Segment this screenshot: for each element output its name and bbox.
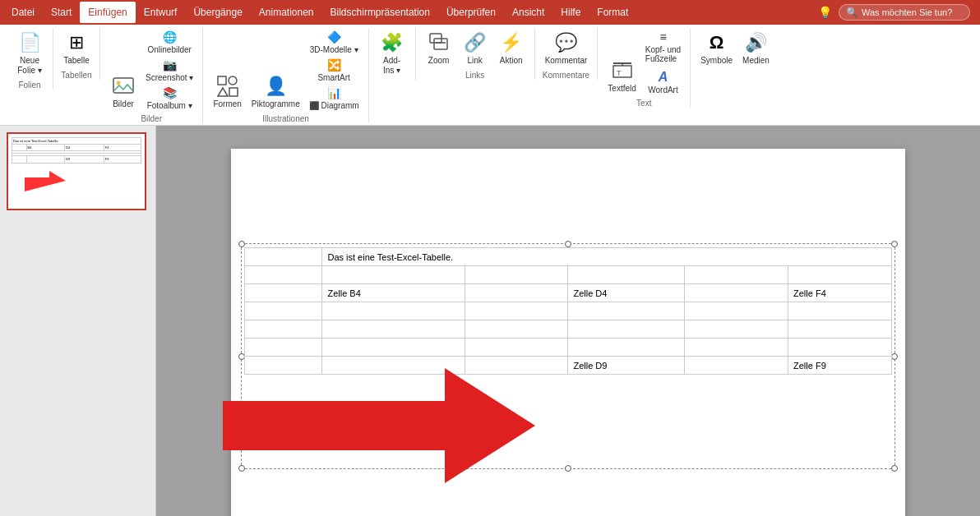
table-cell <box>568 320 685 339</box>
handle-bl[interactable] <box>238 465 245 472</box>
ribbon-group-links: Zoom 🔗 Link ⚡ Aktion Links <box>416 28 535 80</box>
svg-rect-2 <box>218 76 226 85</box>
handle-bc[interactable] <box>565 465 571 472</box>
btn-aktion[interactable]: ⚡ Aktion <box>495 28 528 67</box>
medien-label: Medien <box>742 56 770 66</box>
ribbon-group-label-bilder: Bilder <box>141 114 162 123</box>
btn-formen[interactable]: Formen <box>210 71 244 111</box>
table-cell <box>788 266 892 284</box>
ribbon-group-folien: 📄 NeueFolie ▾ Folien <box>7 28 53 90</box>
table-cell <box>685 266 788 284</box>
btn-textfeld[interactable]: T Textfeld <box>604 56 639 95</box>
handle-tr[interactable] <box>891 241 898 247</box>
table-row: Das ist eine Test-Excel-Tabelle. <box>245 248 892 266</box>
btn-onlinebilder[interactable]: 🌐 Onlinebilder <box>143 28 196 55</box>
handle-tc[interactable] <box>565 241 571 247</box>
btn-smartart[interactable]: 🔀 SmartArt <box>307 56 362 83</box>
fotoalbum-icon: 📚 <box>161 85 178 101</box>
btn-3dmodelle[interactable]: 🔷 3D-Modelle ▾ <box>307 28 362 55</box>
ribbon-group-label-kommentare: Kommentare <box>543 71 589 80</box>
table-cell <box>245 339 322 357</box>
tab-einfuegen[interactable]: Einfügen <box>80 2 135 23</box>
svg-marker-13 <box>25 171 66 191</box>
table-row <box>245 320 892 339</box>
btn-neue-folie[interactable]: 📄 NeueFolie ▾ <box>13 28 46 77</box>
btn-fotoalbum[interactable]: 📚 Fotoalbum ▾ <box>143 84 196 111</box>
table-cell-f9: Zelle F9 <box>788 357 892 375</box>
svg-marker-4 <box>218 88 228 96</box>
kommentar-label: Kommentar <box>545 56 588 66</box>
neue-folie-icon: 📄 <box>16 30 43 56</box>
btn-wordart[interactable]: A WordArt <box>643 68 683 95</box>
table-cell <box>322 302 465 320</box>
ribbon-group-bilder: Bilder 🌐 Onlinebilder 📷 Screenshot ▾ 📚 F… <box>100 28 203 123</box>
tabelle-label: Tabelle <box>63 56 90 66</box>
kopf-fusszeile-icon: ≡ <box>654 29 671 45</box>
tab-ueberpruefen[interactable]: Überprüfen <box>438 2 504 23</box>
medien-icon: 🔊 <box>742 30 769 56</box>
tab-hilfe[interactable]: Hilfe <box>552 2 589 23</box>
handle-tl[interactable] <box>238 241 245 247</box>
tab-animationen[interactable]: Animationen <box>251 2 322 23</box>
ribbon-content: 📄 NeueFolie ▾ Folien ⊞ Tabelle Tabellen <box>0 25 980 126</box>
btn-screenshot[interactable]: 📷 Screenshot ▾ <box>143 56 196 83</box>
textfeld-icon: T <box>609 58 636 84</box>
btn-symbole[interactable]: Ω Symbole <box>697 28 736 67</box>
btn-link[interactable]: 🔗 Link <box>459 28 492 67</box>
excel-table-wrapper[interactable]: Das ist eine Test-Excel-Tabelle. Zelle B… <box>244 247 892 375</box>
onlinebilder-icon: 🌐 <box>161 29 178 45</box>
link-icon: 🔗 <box>462 30 488 56</box>
diagramm-icon: 📊 <box>326 85 342 101</box>
table-cell-d4: Zelle D4 <box>568 284 685 302</box>
ribbon-right-area: 💡 🔍 Was möchten Sie tun? <box>818 0 977 25</box>
table-cell <box>465 357 568 375</box>
tabelle-icon: ⊞ <box>63 30 90 56</box>
ribbon-group-label-tabellen: Tabellen <box>61 71 91 80</box>
table-cell <box>465 266 568 284</box>
table-cell <box>322 339 465 357</box>
tab-datei[interactable]: Datei <box>3 2 43 23</box>
svg-rect-5 <box>229 88 238 96</box>
btn-tabelle[interactable]: ⊞ Tabelle <box>60 28 93 67</box>
slide-panel: 1 Das ist eine Test-Excel-Tabelle. B4D4F… <box>0 126 156 516</box>
symbole-icon: Ω <box>704 30 730 56</box>
tab-entwurf[interactable]: Entwurf <box>136 2 186 23</box>
btn-bilder[interactable]: Bilder <box>107 71 140 111</box>
formen-label: Formen <box>213 99 241 109</box>
table-cell <box>245 248 322 266</box>
svg-rect-7 <box>434 39 447 49</box>
slide-thumbnail[interactable]: Das ist eine Test-Excel-Tabelle. B4D4F4 … <box>7 132 146 210</box>
btn-kommentar[interactable]: 💬 Kommentar <box>542 28 591 67</box>
piktogramme-icon: 👤 <box>262 73 289 99</box>
table-cell <box>568 302 685 320</box>
btn-kopf-fusszeile[interactable]: ≡ Kopf- undFußzeile <box>643 28 683 64</box>
tab-start[interactable]: Start <box>43 2 80 23</box>
bilder-label: Bilder <box>113 99 134 109</box>
table-cell <box>685 357 788 375</box>
tab-format[interactable]: Format <box>589 2 636 23</box>
search-label[interactable]: Was möchten Sie tun? <box>862 7 952 17</box>
svg-rect-0 <box>113 78 133 93</box>
slide-canvas: Das ist eine Test-Excel-Tabelle. Zelle B… <box>231 149 905 516</box>
lightbulb-icon: 💡 <box>818 6 832 19</box>
handle-mr[interactable] <box>891 353 898 360</box>
search-icon: 🔍 <box>846 7 858 18</box>
ribbon-search-box[interactable]: 🔍 Was möchten Sie tun? <box>839 4 970 21</box>
tab-praesentation[interactable]: Bildschirmpräsentation <box>322 2 438 23</box>
btn-zoom[interactable]: Zoom <box>423 28 455 67</box>
3dmodelle-icon: 🔷 <box>326 29 342 45</box>
handle-br[interactable] <box>891 465 898 472</box>
table-cell <box>685 284 788 302</box>
ribbon-group-symbole: Ω Symbole 🔊 Medien <box>691 28 779 71</box>
tab-ansicht[interactable]: Ansicht <box>504 2 552 23</box>
tab-uebergaenge[interactable]: Übergänge <box>185 2 250 23</box>
ribbon-group-label-illustrationen: Illustrationen <box>262 114 309 123</box>
ribbon-group-label-links: Links <box>465 71 484 80</box>
btn-addins[interactable]: 🧩 Add-Ins ▾ <box>376 28 409 77</box>
btn-medien[interactable]: 🔊 Medien <box>739 28 773 67</box>
table-cell <box>465 320 568 339</box>
ribbon-group-kommentare: 💬 Kommentar Kommentare <box>535 28 599 80</box>
btn-piktogramme[interactable]: 👤 Piktogramme <box>248 71 303 111</box>
table-cell-d9: Zelle D9 <box>568 357 685 375</box>
btn-diagramm[interactable]: 📊 ⬛ Diagramm <box>307 84 362 111</box>
